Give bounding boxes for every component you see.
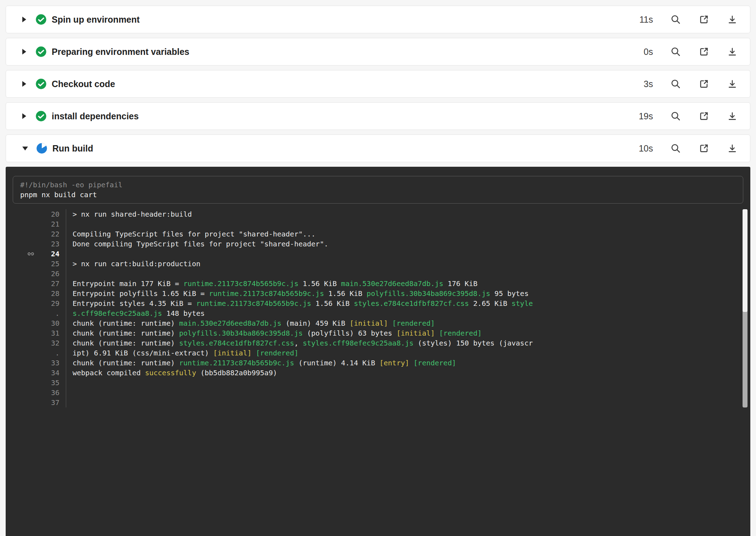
log-line: 33 chunk (runtime: runtime) runtime.2117… bbox=[6, 358, 750, 368]
status-icon bbox=[35, 110, 47, 122]
status-icon bbox=[35, 46, 47, 57]
step-row[interactable]: Checkout code 3s bbox=[6, 70, 750, 98]
line-number[interactable]: 36 bbox=[51, 388, 59, 397]
search-icon bbox=[670, 46, 681, 57]
log-line: 21 bbox=[6, 219, 750, 229]
log-gutter: 20 bbox=[6, 209, 66, 219]
download-log-button[interactable] bbox=[727, 78, 738, 90]
line-number[interactable]: 31 bbox=[51, 329, 59, 337]
line-number[interactable]: 32 bbox=[51, 339, 59, 347]
step-duration: 3s bbox=[630, 79, 653, 89]
line-number[interactable]: 24 bbox=[51, 250, 59, 258]
chevron-right-icon[interactable] bbox=[22, 81, 26, 87]
step-actions: 19s bbox=[630, 110, 738, 122]
open-log-button[interactable] bbox=[698, 46, 710, 57]
log-line: 22 Compiling TypeScript files for projec… bbox=[6, 229, 750, 239]
log-text: chunk (runtime: runtime) styles.e784ce1d… bbox=[66, 338, 750, 348]
log-text: webpack compiled successfully (bb5db882a… bbox=[66, 368, 750, 378]
search-log-button[interactable] bbox=[670, 110, 681, 122]
download-icon bbox=[727, 143, 738, 154]
log-line: 31 chunk (runtime: runtime) polyfills.30… bbox=[6, 328, 750, 338]
search-icon bbox=[670, 111, 681, 121]
download-log-button[interactable] bbox=[727, 110, 738, 122]
log-gutter: . bbox=[6, 308, 66, 318]
step-row[interactable]: Spin up environment 11s bbox=[6, 6, 750, 33]
line-number[interactable]: 30 bbox=[51, 319, 59, 327]
step-title: Spin up environment bbox=[52, 15, 140, 25]
open-in-new-icon bbox=[699, 111, 709, 121]
download-icon bbox=[727, 46, 738, 57]
open-log-button[interactable] bbox=[698, 14, 710, 25]
log-gutter: 32 bbox=[6, 338, 66, 348]
log-gutter: 24 bbox=[6, 249, 66, 259]
line-number[interactable]: 20 bbox=[51, 210, 59, 218]
search-icon bbox=[670, 14, 681, 25]
log-gutter: 28 bbox=[6, 289, 66, 298]
step-actions: 11s bbox=[630, 14, 738, 25]
command-box: #!/bin/bash -eo pipefail pnpm nx build c… bbox=[13, 176, 743, 204]
log-line: 24 bbox=[6, 249, 750, 259]
line-number[interactable]: 26 bbox=[51, 269, 59, 278]
line-number[interactable]: 35 bbox=[51, 378, 59, 387]
log-line: 25 > nx run cart:build:production bbox=[6, 259, 750, 269]
chevron-right-icon[interactable] bbox=[22, 17, 26, 22]
log-text bbox=[66, 249, 750, 259]
log-scrollbar[interactable] bbox=[743, 209, 748, 407]
step-row[interactable]: Preparing environment variables 0s bbox=[6, 38, 750, 65]
open-in-new-icon bbox=[699, 46, 709, 57]
log-text: > nx run shared-header:build bbox=[66, 209, 750, 219]
build-output-terminal: #!/bin/bash -eo pipefail pnpm nx build c… bbox=[6, 167, 750, 536]
log-gutter: . bbox=[6, 348, 66, 358]
log-gutter: 23 bbox=[6, 239, 66, 249]
download-log-button[interactable] bbox=[727, 46, 738, 57]
step-row[interactable]: Run build 10s bbox=[6, 135, 750, 162]
line-number[interactable]: 34 bbox=[51, 369, 59, 377]
line-number[interactable]: 25 bbox=[51, 260, 59, 268]
log-lines: 20 > nx run shared-header:build 21 22 Co… bbox=[6, 209, 750, 407]
log-line: 27 Entrypoint main 177 KiB = runtime.211… bbox=[6, 279, 750, 289]
log-gutter: 35 bbox=[6, 378, 66, 388]
line-number[interactable]: . bbox=[55, 309, 59, 318]
line-number[interactable]: 28 bbox=[51, 289, 59, 298]
open-log-button[interactable] bbox=[698, 143, 710, 154]
step-duration: 11s bbox=[630, 15, 653, 25]
status-success-icon bbox=[35, 14, 47, 25]
status-icon bbox=[35, 14, 47, 25]
line-number[interactable]: 33 bbox=[51, 359, 59, 367]
line-number[interactable]: 21 bbox=[51, 220, 59, 228]
log-line: 23 Done compiling TypeScript files for p… bbox=[6, 239, 750, 249]
log-line: 26 bbox=[6, 269, 750, 279]
open-log-button[interactable] bbox=[698, 110, 710, 122]
search-log-button[interactable] bbox=[670, 78, 681, 90]
line-number[interactable]: 23 bbox=[51, 240, 59, 248]
open-log-button[interactable] bbox=[698, 78, 710, 90]
line-number[interactable]: 27 bbox=[51, 279, 59, 288]
download-log-button[interactable] bbox=[727, 143, 738, 154]
status-success-icon bbox=[35, 78, 47, 90]
log-text: chunk (runtime: runtime) main.530e27d6ee… bbox=[66, 318, 750, 328]
download-log-button[interactable] bbox=[727, 14, 738, 25]
chevron-right-icon[interactable] bbox=[22, 49, 26, 55]
log-line: 35 bbox=[6, 378, 750, 388]
line-number[interactable]: 29 bbox=[51, 299, 59, 308]
chevron-down-icon[interactable] bbox=[22, 147, 28, 150]
step-title: Preparing environment variables bbox=[52, 47, 189, 57]
line-number[interactable]: 22 bbox=[51, 230, 59, 238]
step-title: Run build bbox=[52, 143, 93, 154]
log-text: ipt) 6.91 KiB (css/mini-extract) [initia… bbox=[66, 348, 750, 358]
status-success-icon bbox=[35, 110, 47, 122]
search-icon bbox=[670, 143, 681, 154]
search-log-button[interactable] bbox=[670, 14, 681, 25]
log-text: Compiling TypeScript files for project "… bbox=[66, 229, 750, 239]
step-title: install dependencies bbox=[52, 111, 139, 121]
search-log-button[interactable] bbox=[670, 143, 681, 154]
link-icon[interactable] bbox=[27, 250, 35, 258]
chevron-right-icon[interactable] bbox=[22, 113, 26, 119]
scrollbar-thumb[interactable] bbox=[743, 209, 748, 312]
log-gutter: 30 bbox=[6, 318, 66, 328]
step-row[interactable]: install dependencies 19s bbox=[6, 102, 750, 130]
search-log-button[interactable] bbox=[670, 46, 681, 57]
line-number[interactable]: . bbox=[55, 349, 59, 357]
line-number[interactable]: 37 bbox=[51, 398, 59, 407]
status-icon bbox=[36, 143, 47, 154]
